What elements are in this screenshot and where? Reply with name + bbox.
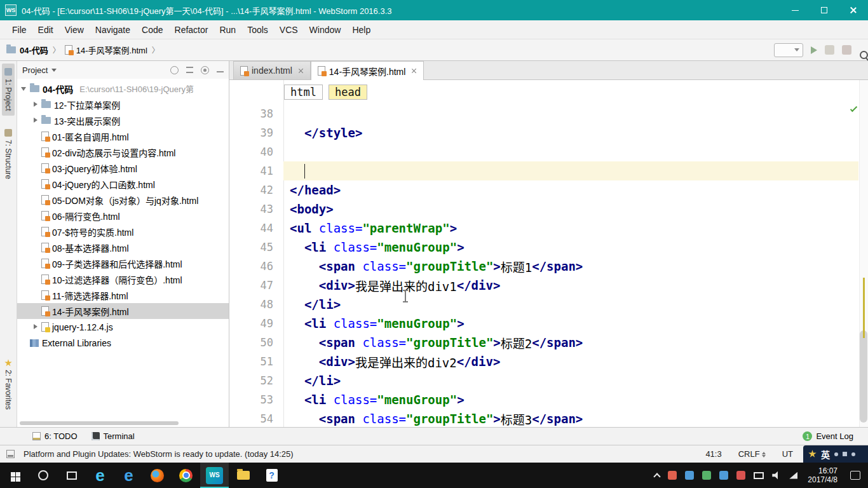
status-message[interactable]: Platform and Plugin Updates: WebStorm is… bbox=[24, 449, 294, 459]
minimize-button[interactable] bbox=[780, 0, 810, 20]
line-number[interactable]: 45 bbox=[229, 238, 283, 257]
code-line[interactable]: 41 bbox=[229, 161, 858, 180]
line-number[interactable]: 43 bbox=[229, 200, 283, 219]
line-number[interactable]: 38 bbox=[229, 104, 283, 123]
gear-icon[interactable] bbox=[201, 66, 209, 74]
toolwindow-button-6-todo[interactable]: 6: TODO bbox=[25, 428, 85, 445]
code-line[interactable]: 53 <li class="menuGroup"> bbox=[229, 390, 858, 409]
editor-tab-index-html[interactable]: index.html bbox=[233, 61, 311, 79]
code-line[interactable]: 49 <li class="menuGroup"> bbox=[229, 314, 858, 333]
editor-tab-14-手风琴案例-html[interactable]: 14-手风琴案例.html bbox=[311, 61, 424, 80]
scroll-to-source-icon[interactable] bbox=[170, 66, 179, 74]
tree-item[interactable]: 03-jQuery初体验.html bbox=[17, 160, 229, 176]
line-number[interactable]: 44 bbox=[229, 219, 283, 238]
run-config-selector[interactable] bbox=[774, 43, 803, 57]
taskbar-webstorm-button[interactable]: WS bbox=[200, 463, 229, 488]
tree-item[interactable]: 06-隔行变色.html bbox=[17, 208, 229, 224]
stripe-button-1-project[interactable]: 1: Project bbox=[2, 64, 15, 116]
tree-item[interactable]: 02-div动态展示与设置内容.html bbox=[17, 144, 229, 160]
menu-item-file[interactable]: File bbox=[6, 20, 32, 39]
tree-item[interactable]: 11-筛选选择器.html bbox=[17, 287, 229, 303]
line-number[interactable]: 41 bbox=[229, 161, 283, 180]
taskbar-firefox-button[interactable] bbox=[143, 463, 172, 488]
code-line[interactable]: 43<body> bbox=[229, 200, 858, 219]
file-encoding[interactable]: UT bbox=[782, 449, 793, 459]
breadcrumb-item[interactable]: 04-代码 bbox=[6, 44, 48, 56]
tree-item[interactable]: External Libraries bbox=[17, 335, 229, 351]
menu-item-vcs[interactable]: VCS bbox=[274, 20, 304, 39]
line-number[interactable]: 50 bbox=[229, 333, 283, 352]
line-number[interactable]: 49 bbox=[229, 314, 283, 333]
run-button[interactable] bbox=[811, 46, 817, 54]
code-line[interactable]: 44<ul class="parentWrap"> bbox=[229, 219, 858, 238]
tray-app1-button[interactable] bbox=[668, 471, 677, 480]
debug-button[interactable] bbox=[825, 45, 834, 55]
taskbar-helper-button[interactable]: ? bbox=[257, 463, 286, 488]
line-number[interactable]: 53 bbox=[229, 390, 283, 409]
tray-expand-button[interactable] bbox=[654, 471, 660, 479]
code-line[interactable]: 39 </style> bbox=[229, 123, 858, 142]
caret-position[interactable]: 41:3 bbox=[705, 449, 721, 459]
tray-network-button[interactable] bbox=[789, 472, 797, 479]
action-center-button[interactable] bbox=[843, 463, 868, 488]
expand-arrow-icon[interactable] bbox=[32, 118, 38, 123]
toolwindow-button-terminal[interactable]: Terminal bbox=[85, 428, 142, 445]
expand-arrow-icon[interactable] bbox=[32, 324, 38, 330]
toggle-toolwindows-icon[interactable] bbox=[6, 450, 15, 458]
menu-item-tools[interactable]: Tools bbox=[241, 20, 274, 39]
code-line[interactable]: 47 <div>我是弹出来的div1</div> bbox=[229, 276, 858, 295]
menu-item-code[interactable]: Code bbox=[136, 20, 168, 39]
menu-item-help[interactable]: Help bbox=[346, 20, 376, 39]
menu-item-view[interactable]: View bbox=[59, 20, 90, 39]
taskbar-cortana-button[interactable] bbox=[29, 463, 57, 488]
line-number[interactable]: 52 bbox=[229, 371, 283, 390]
code-line[interactable]: 45 <li class="menuGroup"> bbox=[229, 238, 858, 257]
ime-toolbar[interactable]: 英 bbox=[803, 445, 868, 463]
line-number[interactable]: 46 bbox=[229, 257, 283, 276]
close-tab-icon[interactable] bbox=[411, 68, 417, 74]
ime-settings-icon[interactable] bbox=[851, 452, 855, 456]
taskbar-ie-button[interactable]: e bbox=[114, 463, 143, 488]
hide-panel-icon[interactable] bbox=[217, 71, 224, 72]
line-number[interactable]: 42 bbox=[229, 180, 283, 200]
tree-item[interactable]: 05-DOM对象（js对象）与jq对象.html bbox=[17, 192, 229, 208]
code-line[interactable]: 52 </li> bbox=[229, 371, 858, 390]
tree-item[interactable]: 09-子类选择器和后代选择器.html bbox=[17, 255, 229, 271]
tray-app4-button[interactable] bbox=[719, 471, 728, 480]
horizontal-scrollbar[interactable] bbox=[20, 421, 179, 425]
breadcrumb-tag-html[interactable]: html bbox=[284, 85, 323, 100]
tray-app5-button[interactable] bbox=[736, 471, 745, 480]
ime-keyboard-icon[interactable] bbox=[843, 452, 847, 456]
editor-body[interactable]: htmlhead 3839 </style>4041 42</head>43<b… bbox=[229, 80, 868, 427]
menu-item-edit[interactable]: Edit bbox=[32, 20, 59, 39]
editor-scrollbar[interactable] bbox=[859, 80, 868, 427]
menu-item-refactor[interactable]: Refactor bbox=[169, 20, 214, 39]
code-line[interactable]: 48 </li> bbox=[229, 295, 858, 314]
taskbar-start-button[interactable] bbox=[0, 463, 29, 488]
line-number[interactable]: 54 bbox=[229, 409, 283, 427]
code-line[interactable]: 51 <div>我是弹出来的div2</div> bbox=[229, 352, 858, 371]
expand-arrow-icon[interactable] bbox=[32, 102, 38, 107]
project-view-title[interactable]: Project bbox=[22, 65, 48, 75]
ime-mode-indicator[interactable]: 英 bbox=[821, 448, 830, 461]
tray-app3-button[interactable] bbox=[702, 471, 711, 480]
code-line[interactable]: 42</head> bbox=[229, 180, 858, 200]
menu-item-navigate[interactable]: Navigate bbox=[90, 20, 136, 39]
maximize-button[interactable] bbox=[810, 0, 839, 20]
coverage-button[interactable] bbox=[842, 45, 851, 55]
code-line[interactable]: 40 bbox=[229, 142, 858, 161]
code-line[interactable]: 38 bbox=[229, 104, 858, 123]
tray-app2-button[interactable] bbox=[685, 471, 694, 480]
breadcrumb-tag-head[interactable]: head bbox=[329, 85, 367, 100]
tree-item[interactable]: 04-jQuery的入口函数.html bbox=[17, 176, 229, 192]
line-number[interactable]: 39 bbox=[229, 123, 283, 142]
breadcrumb-item[interactable]: 14-手风琴案例.html bbox=[65, 44, 147, 56]
tree-item[interactable]: 07-$符号的实质.html bbox=[17, 224, 229, 240]
warning-stripe-mark[interactable] bbox=[863, 278, 865, 338]
stripe-button-7-structure[interactable]: 7: Structure bbox=[2, 125, 15, 184]
tree-item[interactable]: 12-下拉菜单案例 bbox=[17, 97, 229, 112]
menu-item-window[interactable]: Window bbox=[304, 20, 347, 39]
code-line[interactable]: 50 <span class="groupTitle">标题2</span> bbox=[229, 333, 858, 352]
tray-volume-button[interactable] bbox=[772, 471, 781, 480]
chevron-down-icon[interactable] bbox=[51, 69, 57, 72]
